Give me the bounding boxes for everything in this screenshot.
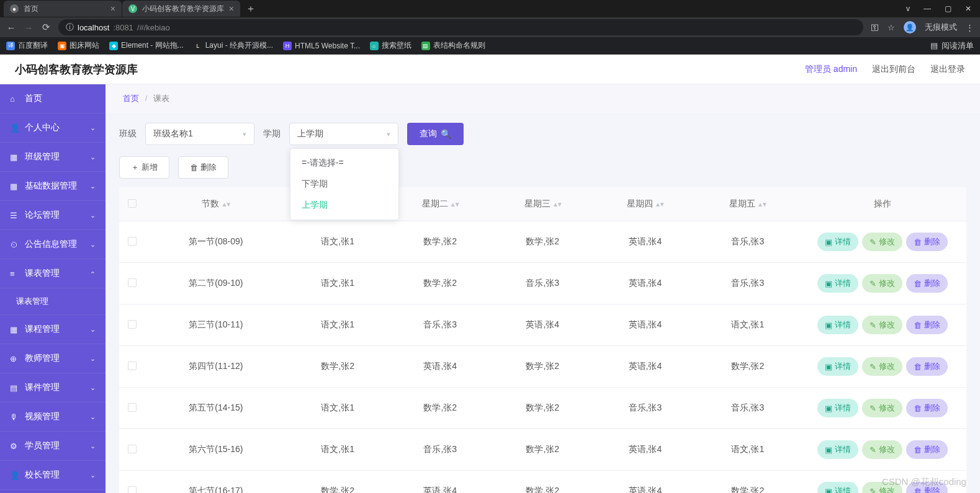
cell-2: 数学,张2 <box>287 471 389 494</box>
sidebar-item-11[interactable]: ⚙学员管理⌄ <box>0 432 106 461</box>
maximize-button[interactable]: ▢ <box>945 4 951 13</box>
browser-tab-0[interactable]: ● 首页 × <box>4 1 122 17</box>
new-tab-button[interactable]: ＋ <box>241 2 261 16</box>
add-button[interactable]: ＋新增 <box>119 156 169 179</box>
bookmark-6[interactable]: ▤表结构命名规则 <box>421 40 485 51</box>
col-header-6[interactable]: 星期五▲▼ <box>696 187 799 221</box>
sidebar-item-1[interactable]: 👤个人中心⌄ <box>0 113 106 143</box>
sidebar-subitem[interactable]: 课表管理 <box>0 288 106 315</box>
query-button[interactable]: 查询🔍 <box>407 123 464 145</box>
cell-4: 数学,张2 <box>492 221 594 263</box>
edit-button[interactable]: ✎修改 <box>862 482 902 493</box>
checkbox-row[interactable] <box>128 486 137 494</box>
term-value: 上学期 <box>297 128 323 140</box>
edit-button[interactable]: ✎修改 <box>862 316 902 334</box>
delete-button[interactable]: 🗑删除 <box>178 156 228 179</box>
col-header-7[interactable]: 操作 <box>799 187 966 221</box>
checkbox-row[interactable] <box>128 278 137 287</box>
checkbox-row[interactable] <box>128 237 137 246</box>
sidebar-item-10[interactable]: 🎙视频管理⌄ <box>0 402 106 432</box>
sidebar-icon: ⊕ <box>10 354 20 363</box>
term-select[interactable]: 上学期 ▾ =-请选择-=下学期上学期 <box>289 123 398 145</box>
bookmark-4[interactable]: HHTML5 Website T... <box>283 42 360 50</box>
col-header-4[interactable]: 星期三▲▼ <box>492 187 594 221</box>
detail-button[interactable]: ▣详情 <box>817 440 858 459</box>
front-link[interactable]: 退出到前台 <box>872 64 915 75</box>
sidebar-item-0[interactable]: ⌂首页 <box>0 84 106 113</box>
key-icon[interactable]: ⚿ <box>871 23 879 32</box>
edit-button[interactable]: ✎修改 <box>862 399 902 417</box>
sidebar-item-9[interactable]: ▤课件管理⌄ <box>0 373 106 402</box>
bookmark-3[interactable]: LLayui - 经典开源模... <box>194 40 273 51</box>
dropdown-option-0[interactable]: =-请选择-= <box>290 153 398 174</box>
sidebar-item-8[interactable]: ⊕教师管理⌄ <box>0 344 106 373</box>
row-delete-button[interactable]: 🗑删除 <box>906 357 948 376</box>
sidebar-icon: ⚙ <box>10 442 20 451</box>
detail-button[interactable]: ▣详情 <box>817 482 858 493</box>
back-button[interactable]: ← <box>6 22 16 33</box>
detail-button[interactable]: ▣详情 <box>817 233 858 251</box>
checkbox-row[interactable] <box>128 445 137 453</box>
star-icon[interactable]: ☆ <box>888 23 895 32</box>
close-icon[interactable]: × <box>110 4 115 14</box>
dropdown-option-2[interactable]: 上学期 <box>290 195 398 216</box>
detail-button[interactable]: ▣详情 <box>817 274 858 293</box>
sidebar-icon: ▦ <box>10 325 20 334</box>
row-delete-button[interactable]: 🗑删除 <box>906 274 948 293</box>
sidebar-item-2[interactable]: ▦班级管理⌄ <box>0 143 106 172</box>
detail-button[interactable]: ▣详情 <box>817 399 858 417</box>
sidebar-item-12[interactable]: 👤校长管理⌄ <box>0 461 106 490</box>
reading-list[interactable]: ▤阅读清单 <box>930 40 974 51</box>
cell-5: 英语,张4 <box>594 263 696 304</box>
col-header-1[interactable]: 节数▲▼ <box>145 187 287 221</box>
admin-link[interactable]: 管理员 admin <box>805 64 857 75</box>
breadcrumb-current: 课表 <box>153 94 169 103</box>
forward-button[interactable]: → <box>24 22 34 33</box>
row-delete-button[interactable]: 🗑删除 <box>906 440 948 459</box>
detail-button[interactable]: ▣详情 <box>817 316 858 334</box>
bookmark-2[interactable]: ◆Element - 网站拖... <box>109 40 184 51</box>
schedule-table: 节数▲▼星期一▲▼星期二▲▼星期三▲▼星期四▲▼星期五▲▼操作 第一节(08-0… <box>119 187 966 493</box>
bookmark-5[interactable]: ⌕搜索壁纸 <box>370 40 411 51</box>
close-icon[interactable]: × <box>229 4 234 14</box>
checkbox-row[interactable] <box>128 403 137 412</box>
dropdown-option-1[interactable]: 下学期 <box>290 174 398 195</box>
breadcrumb-home[interactable]: 首页 <box>123 94 139 103</box>
cell-6: 音乐,张3 <box>696 263 799 304</box>
sort-icon: ▲▼ <box>757 201 766 208</box>
logout-link[interactable]: 退出登录 <box>930 64 965 75</box>
detail-button[interactable]: ▣详情 <box>817 357 858 376</box>
menu-icon[interactable]: ⋮ <box>966 23 974 32</box>
sidebar-item-5[interactable]: ⏲公告信息管理⌄ <box>0 230 106 259</box>
checkbox-all[interactable] <box>128 199 137 208</box>
checkbox-row[interactable] <box>128 320 137 329</box>
bookmark-0[interactable]: 译百度翻译 <box>6 40 48 51</box>
row-delete-button[interactable]: 🗑删除 <box>906 233 948 251</box>
url-field[interactable]: ⓘ localhost:8081/#/kebiao <box>58 19 863 35</box>
sidebar-item-3[interactable]: ▦基础数据管理⌄ <box>0 172 106 201</box>
sidebar-item-7[interactable]: ▦课程管理⌄ <box>0 315 106 344</box>
row-delete-button[interactable]: 🗑删除 <box>906 316 948 334</box>
sidebar-item-label: 课件管理 <box>25 382 60 393</box>
sidebar-item-4[interactable]: ☰论坛管理⌄ <box>0 201 106 230</box>
bookmark-1[interactable]: ▣图床网站 <box>58 40 99 51</box>
reload-button[interactable]: ⟳ <box>41 22 51 33</box>
minimize-button[interactable]: — <box>924 4 931 13</box>
close-window-button[interactable]: ✕ <box>965 4 971 13</box>
address-bar: ← → ⟳ ⓘ localhost:8081/#/kebiao ⚿ ☆ 👤 无痕… <box>0 17 980 37</box>
row-delete-button[interactable]: 🗑删除 <box>906 482 948 493</box>
checkbox-row[interactable] <box>128 362 137 370</box>
row-delete-button[interactable]: 🗑删除 <box>906 399 948 417</box>
browser-titlebar: ● 首页 × V 小码创客教育教学资源库 × ＋ v — ▢ ✕ <box>0 0 980 17</box>
sidebar-item-6[interactable]: ≡课表管理⌄ <box>0 259 106 288</box>
edit-button[interactable]: ✎修改 <box>862 233 902 251</box>
browser-tab-1[interactable]: V 小码创客教育教学资源库 × <box>122 1 240 17</box>
col-header-3[interactable]: 星期二▲▼ <box>389 187 492 221</box>
edit-button[interactable]: ✎修改 <box>862 357 902 376</box>
edit-button[interactable]: ✎修改 <box>862 440 902 459</box>
profile-icon[interactable]: 👤 <box>904 21 916 33</box>
col-header-5[interactable]: 星期四▲▼ <box>594 187 696 221</box>
dropdown-icon[interactable]: v <box>906 4 910 13</box>
edit-button[interactable]: ✎修改 <box>862 274 902 293</box>
class-select[interactable]: 班级名称1 ▾ <box>145 123 254 145</box>
